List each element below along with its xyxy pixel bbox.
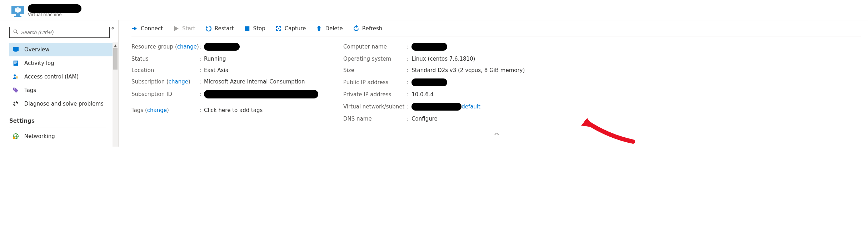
svg-rect-19	[13, 137, 15, 139]
subscription-link[interactable]: Microsoft Azure Internal Consumption	[204, 78, 305, 85]
sidebar-item-label: Diagnose and solve problems	[24, 101, 104, 107]
label: DNS name	[343, 116, 407, 122]
svg-rect-16	[17, 77, 18, 79]
wrench-icon	[12, 100, 19, 107]
collapse-essentials-icon[interactable]: ︽	[131, 130, 861, 136]
sidebar-item-diagnose[interactable]: Diagnose and solve problems	[9, 97, 115, 111]
separator: :	[407, 56, 409, 62]
separator: :	[407, 103, 409, 110]
tag-icon	[12, 87, 19, 94]
sidebar-item-iam[interactable]: Access control (IAM)	[9, 70, 115, 83]
refresh-button[interactable]: Refresh	[353, 25, 383, 32]
row-location: Location : East Asia	[131, 67, 318, 73]
user-key-icon	[12, 73, 19, 80]
dns-configure-link[interactable]: Configure	[411, 116, 438, 122]
essentials: Resource group (change) : Status : Runni…	[131, 36, 861, 128]
delete-button[interactable]: Delete	[316, 25, 343, 32]
svg-point-5	[14, 30, 17, 33]
toolbar-label: Restart	[215, 25, 234, 32]
refresh-icon	[353, 25, 359, 32]
svg-rect-12	[14, 62, 18, 63]
separator: :	[199, 67, 201, 73]
sidebar-item-networking[interactable]: Networking	[9, 129, 115, 143]
stop-icon	[244, 25, 250, 32]
label: Public IP address	[343, 79, 407, 86]
essentials-col-left: Resource group (change) : Status : Runni…	[131, 43, 318, 127]
separator: :	[407, 79, 409, 86]
svg-rect-8	[15, 51, 16, 52]
value: East Asia	[204, 67, 229, 73]
log-icon	[12, 60, 19, 67]
globe-icon	[12, 133, 19, 140]
row-private-ip: Private IP address : 10.0.6.4	[343, 91, 525, 98]
delete-icon	[316, 25, 322, 32]
search-box[interactable]	[9, 27, 110, 38]
value: default	[411, 103, 480, 111]
monitor-icon	[12, 46, 19, 53]
sidebar-item-label: Overview	[24, 46, 50, 53]
svg-point-17	[14, 88, 15, 90]
scroll-up-icon[interactable]: ▲	[113, 42, 118, 48]
row-subscription: Subscription (change) : Microsoft Azure …	[131, 78, 318, 85]
row-status: Status : Running	[131, 56, 318, 62]
resource-header: Virtual machine	[0, 0, 868, 20]
search-input[interactable]	[21, 30, 106, 35]
sidebar: « Overview Activity log	[0, 20, 119, 147]
value: Standard D2s v3 (2 vcpus, 8 GiB memory)	[411, 67, 525, 73]
svg-rect-1	[16, 14, 20, 16]
capture-icon	[275, 25, 282, 32]
toolbar-label: Start	[182, 25, 195, 32]
connect-button[interactable]: Connect	[131, 25, 163, 32]
sidebar-item-label: Networking	[24, 133, 55, 139]
connect-icon	[131, 25, 138, 32]
nav-list: Overview Activity log Access control (IA…	[9, 43, 115, 143]
toolbar-label: Stop	[253, 25, 265, 32]
toolbar-label: Refresh	[362, 25, 383, 32]
sidebar-item-activity[interactable]: Activity log	[9, 56, 115, 70]
change-link[interactable]: change	[177, 44, 197, 50]
svg-rect-10	[14, 61, 18, 66]
add-tags-link[interactable]: Click here to add tags	[204, 107, 263, 113]
svg-rect-13	[14, 63, 16, 64]
value	[204, 90, 318, 98]
label: Status	[131, 56, 199, 62]
sidebar-item-overview[interactable]: Overview	[9, 43, 115, 56]
separator: :	[199, 91, 201, 97]
value	[411, 78, 447, 86]
play-icon	[173, 25, 179, 32]
label: Computer name	[343, 44, 407, 50]
row-computer-name: Computer name :	[343, 43, 525, 51]
vnet-link[interactable]: default	[462, 103, 480, 110]
separator: :	[199, 78, 201, 85]
svg-rect-20	[245, 26, 249, 31]
scroll-thumb[interactable]	[113, 48, 118, 70]
command-bar: Connect Start Restart Stop	[131, 20, 861, 36]
value: Linux (centos 7.6.1810)	[411, 56, 475, 62]
label: Size	[343, 67, 407, 73]
row-subscription-id: Subscription ID :	[131, 90, 318, 98]
toolbar-label: Connect	[141, 25, 163, 32]
row-os: Operating system : Linux (centos 7.6.181…	[343, 56, 525, 62]
scrollbar[interactable]: ▲	[113, 42, 118, 147]
separator: :	[407, 44, 409, 50]
row-public-ip: Public IP address :	[343, 78, 525, 86]
collapse-sidebar-icon[interactable]: «	[111, 25, 115, 31]
search-icon	[13, 29, 18, 35]
capture-button[interactable]: Capture	[275, 25, 306, 32]
label: Resource group (change)	[131, 44, 199, 50]
label: Subscription ID	[131, 91, 199, 97]
row-tags: Tags (change) : Click here to add tags	[131, 107, 318, 113]
svg-rect-2	[14, 16, 21, 17]
stop-button[interactable]: Stop	[244, 25, 265, 32]
row-dns: DNS name : Configure	[343, 116, 525, 122]
separator: :	[199, 44, 201, 50]
sidebar-item-tags[interactable]: Tags	[9, 83, 115, 97]
separator: :	[407, 91, 409, 98]
label: Subscription (change)	[131, 78, 199, 85]
change-link[interactable]: change	[147, 107, 167, 113]
separator: :	[199, 56, 201, 62]
restart-button[interactable]: Restart	[205, 25, 234, 32]
restart-icon	[205, 25, 212, 32]
change-link[interactable]: change	[169, 78, 188, 85]
value	[204, 43, 240, 51]
